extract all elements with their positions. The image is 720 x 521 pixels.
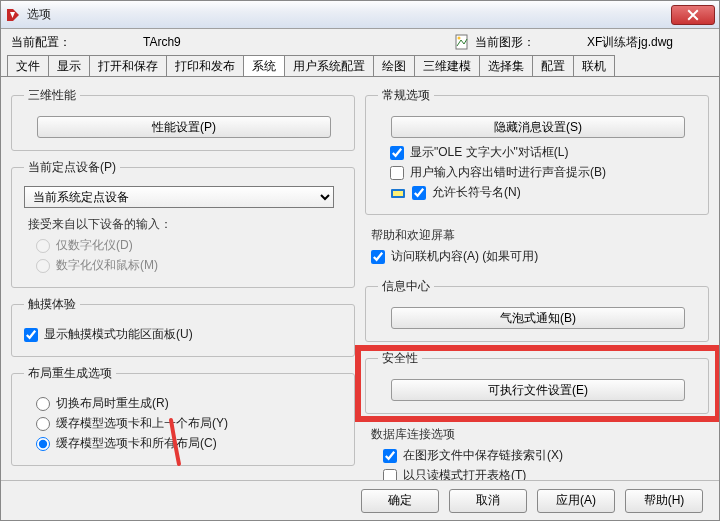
tab-3d-modeling[interactable]: 三维建模	[414, 55, 480, 76]
options-dialog: 选项 当前配置： TArch9 当前图形： XF训练塔jg.dwg 文件 显示 …	[0, 0, 720, 521]
tab-profiles[interactable]: 配置	[532, 55, 574, 76]
chk-long-symbol-names[interactable]	[412, 186, 426, 200]
pointing-input-sublabel: 接受来自以下设备的输入：	[28, 216, 344, 233]
tab-display[interactable]: 显示	[48, 55, 90, 76]
label-ole-text-size: 显示"OLE 文字大小"对话框(L)	[410, 144, 569, 161]
legend-3d-performance: 三维性能	[24, 87, 80, 104]
balloon-notify-button[interactable]: 气泡式通知(B)	[391, 307, 685, 329]
label-regen-switch: 切换布局时重生成(R)	[56, 395, 169, 412]
chk-store-link-index[interactable]	[383, 449, 397, 463]
label-digitizer-and-mouse: 数字化仪和鼠标(M)	[56, 257, 158, 274]
tab-drafting[interactable]: 绘图	[373, 55, 415, 76]
legend-help-welcome: 帮助和欢迎屏幕	[371, 227, 707, 244]
label-long-symbol-names: 允许长符号名(N)	[432, 184, 521, 201]
tab-content: 三维性能 性能设置(P) 当前定点设备(P) 当前系统定点设备 接受来自以下设备…	[1, 77, 719, 480]
autocad-app-icon	[5, 7, 21, 23]
label-touch-panel: 显示触摸模式功能区面板(U)	[44, 326, 193, 343]
registry-icon	[390, 185, 406, 201]
tab-open-save[interactable]: 打开和保存	[89, 55, 167, 76]
tab-user-preferences[interactable]: 用户系统配置	[284, 55, 374, 76]
close-icon	[687, 9, 699, 21]
chk-touch-panel[interactable]	[24, 328, 38, 342]
label-beep-on-error: 用户输入内容出错时进行声音提示(B)	[410, 164, 606, 181]
profile-value: TArch9	[143, 35, 181, 49]
chk-online-content[interactable]	[371, 250, 385, 264]
group-general: 常规选项 隐藏消息设置(S) 显示"OLE 文字大小"对话框(L) 用户输入内容…	[365, 87, 709, 215]
tab-online[interactable]: 联机	[573, 55, 615, 76]
cancel-button[interactable]: 取消	[449, 489, 527, 513]
group-layout-regen: 布局重生成选项 切换布局时重生成(R) 缓存模型选项卡和上一个布局(Y) 缓存模…	[11, 365, 355, 466]
help-button[interactable]: 帮助(H)	[625, 489, 703, 513]
hidden-messages-button[interactable]: 隐藏消息设置(S)	[391, 116, 685, 138]
apply-button[interactable]: 应用(A)	[537, 489, 615, 513]
label-readonly-tables: 以只读模式打开表格(T)	[403, 467, 526, 480]
label-online-content: 访问联机内容(A) (如果可用)	[391, 248, 538, 265]
chk-readonly-tables[interactable]	[383, 469, 397, 481]
radio-cache-all[interactable]	[36, 437, 50, 451]
group-security: 安全性 可执行文件设置(E)	[365, 350, 709, 414]
tab-plot-publish[interactable]: 打印和发布	[166, 55, 244, 76]
pointing-device-select[interactable]: 当前系统定点设备	[24, 186, 334, 208]
radio-cache-last[interactable]	[36, 417, 50, 431]
ok-button[interactable]: 确定	[361, 489, 439, 513]
legend-info-center: 信息中心	[378, 278, 434, 295]
profile-info-row: 当前配置： TArch9 当前图形： XF训练塔jg.dwg	[1, 29, 719, 55]
drawing-value: XF训练塔jg.dwg	[587, 34, 673, 51]
left-column: 三维性能 性能设置(P) 当前定点设备(P) 当前系统定点设备 接受来自以下设备…	[11, 87, 355, 474]
legend-security: 安全性	[378, 350, 422, 367]
group-info-center: 信息中心 气泡式通知(B)	[365, 278, 709, 342]
executable-settings-button[interactable]: 可执行文件设置(E)	[391, 379, 685, 401]
label-digitizer-only: 仅数字化仪(D)	[56, 237, 133, 254]
drawing-label: 当前图形：	[475, 34, 535, 51]
legend-touch: 触摸体验	[24, 296, 80, 313]
dialog-footer: 确定 取消 应用(A) 帮助(H)	[1, 480, 719, 520]
svg-point-1	[457, 37, 460, 40]
group-3d-performance: 三维性能 性能设置(P)	[11, 87, 355, 151]
legend-layout-regen: 布局重生成选项	[24, 365, 116, 382]
group-pointing-device: 当前定点设备(P) 当前系统定点设备 接受来自以下设备的输入： 仅数字化仪(D)…	[11, 159, 355, 288]
window-title: 选项	[27, 6, 671, 23]
label-store-link-index: 在图形文件中保存链接索引(X)	[403, 447, 563, 464]
radio-regen-switch[interactable]	[36, 397, 50, 411]
group-touch: 触摸体验 显示触摸模式功能区面板(U)	[11, 296, 355, 357]
tab-bar: 文件 显示 打开和保存 打印和发布 系统 用户系统配置 绘图 三维建模 选择集 …	[1, 55, 719, 77]
dwg-file-icon	[455, 34, 469, 50]
radio-digitizer-only	[36, 239, 50, 253]
tab-files[interactable]: 文件	[7, 55, 49, 76]
radio-digitizer-and-mouse	[36, 259, 50, 273]
label-cache-last: 缓存模型选项卡和上一个布局(Y)	[56, 415, 228, 432]
tab-system[interactable]: 系统	[243, 55, 285, 76]
group-db-connection: 数据库连接选项 在图形文件中保存链接索引(X) 以只读模式打开表格(T)	[365, 422, 709, 480]
chk-beep-on-error[interactable]	[390, 166, 404, 180]
legend-pointing-device: 当前定点设备(P)	[24, 159, 120, 176]
performance-settings-button[interactable]: 性能设置(P)	[37, 116, 331, 138]
chk-ole-text-size[interactable]	[390, 146, 404, 160]
svg-rect-3	[393, 191, 403, 196]
legend-general: 常规选项	[378, 87, 434, 104]
label-cache-all: 缓存模型选项卡和所有布局(C)	[56, 435, 217, 452]
titlebar: 选项	[1, 1, 719, 29]
close-button[interactable]	[671, 5, 715, 25]
group-help-welcome: 帮助和欢迎屏幕 访问联机内容(A) (如果可用)	[365, 223, 709, 270]
legend-db-connection: 数据库连接选项	[371, 426, 707, 443]
right-column: 常规选项 隐藏消息设置(S) 显示"OLE 文字大小"对话框(L) 用户输入内容…	[365, 87, 709, 474]
profile-label: 当前配置：	[11, 34, 71, 51]
tab-selection[interactable]: 选择集	[479, 55, 533, 76]
